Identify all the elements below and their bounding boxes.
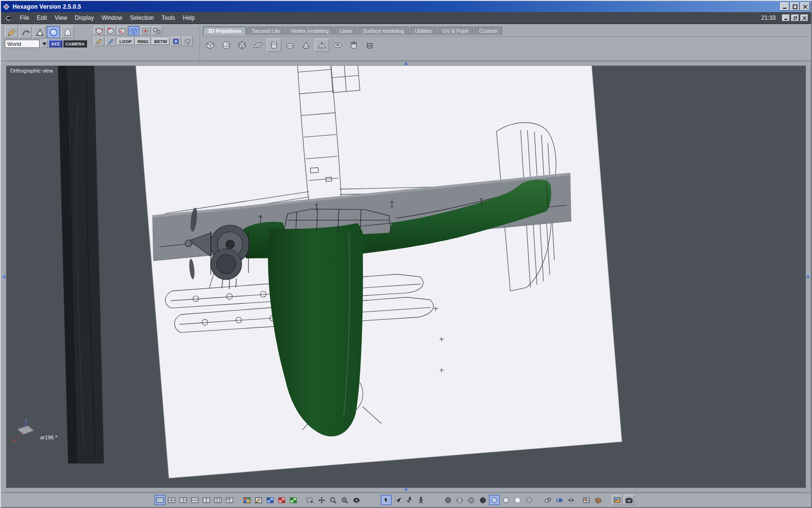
tab-uv-paint[interactable]: UV & Paint (438, 27, 474, 35)
scroll-left-arrow-icon[interactable] (2, 275, 5, 279)
pick-pen-button[interactable] (94, 37, 104, 46)
shading-dotted-button[interactable] (524, 495, 535, 505)
zoom-button[interactable] (328, 495, 338, 505)
menu-edit[interactable]: Edit (33, 13, 51, 23)
camera-mode-button[interactable]: CAMERA (63, 40, 87, 47)
scroll-right-arrow-icon[interactable] (807, 275, 810, 279)
menu-tools[interactable]: Tools (158, 13, 179, 23)
maximize-button[interactable] (790, 2, 799, 11)
render-button[interactable] (612, 495, 623, 505)
menu-file[interactable]: File (16, 13, 33, 23)
nav-cursor-button[interactable] (381, 495, 392, 505)
pick-brush-button[interactable] (105, 37, 116, 46)
close-button[interactable] (800, 2, 810, 11)
tab-second-life[interactable]: Second Life (247, 27, 285, 35)
world-axis-select[interactable]: World (5, 40, 40, 48)
between-select-button[interactable]: BETW (152, 38, 170, 45)
nav-run-button[interactable] (404, 495, 415, 505)
select-soft-button[interactable] (140, 26, 151, 35)
viewport-3d-scene[interactable]: Orthographic view z x ar196 * (6, 66, 806, 488)
blueprint-canvas-plane[interactable] (130, 66, 622, 478)
primitive-sphere-button[interactable] (219, 39, 233, 52)
tab-utilities[interactable]: Utilities (410, 27, 436, 35)
display-paint-button[interactable] (253, 495, 264, 505)
primitive-pyramid-button[interactable] (315, 39, 329, 52)
viewport-scroll-bottom[interactable] (6, 488, 806, 493)
tab-3d-primitives[interactable]: 3D Primitives (203, 27, 246, 35)
layout-mixed-button[interactable] (224, 495, 235, 505)
world-axis-dropdown-arrow[interactable] (41, 40, 48, 48)
scroll-down-arrow-icon[interactable] (404, 489, 408, 492)
zoom-in-button[interactable] (339, 495, 350, 505)
shading-dark-button[interactable] (478, 495, 488, 505)
menu-view[interactable]: View (51, 13, 71, 23)
ring-select-button[interactable]: RING (135, 38, 151, 45)
spheres-pair-button[interactable] (542, 495, 553, 505)
hexagon-logo-icon[interactable] (4, 14, 13, 23)
select-points-button[interactable] (94, 26, 104, 35)
loop-select-button[interactable]: LOOP (117, 38, 134, 45)
layout-single-button[interactable] (155, 495, 165, 505)
scroll-up-arrow-icon[interactable] (404, 62, 408, 65)
display-grid-red-button[interactable] (276, 495, 287, 505)
shading-smooth-button[interactable] (489, 495, 500, 505)
primitive-torus-button[interactable] (331, 39, 345, 52)
title-bar[interactable]: Hexagon Version 2.5.0.5 (1, 1, 811, 12)
menu-window[interactable]: Window (98, 13, 126, 23)
spheres-link-button[interactable] (554, 495, 565, 505)
layout-two-rows-button[interactable] (189, 495, 200, 505)
tab-vertex-modeling[interactable]: Vertex modeling (286, 27, 334, 35)
nav-plane-button[interactable] (392, 495, 403, 505)
tab-surface-modeling[interactable]: Surface modeling (358, 27, 409, 35)
primitive-grid-button[interactable] (251, 39, 265, 52)
marquee-zoom-button[interactable] (304, 495, 315, 505)
xyz-mode-button[interactable]: XYZ (49, 40, 62, 47)
display-texture-button[interactable] (242, 495, 252, 505)
shading-highlight-button[interactable] (501, 495, 511, 505)
viewport-scroll-right[interactable] (806, 66, 811, 488)
primitive-spring-button[interactable] (362, 39, 377, 52)
minimize-button[interactable] (780, 2, 789, 11)
grow-selection-button[interactable] (171, 37, 181, 46)
lasso-select-button[interactable] (182, 37, 193, 46)
pan-button[interactable] (316, 495, 327, 505)
menu-help[interactable]: Help (179, 13, 199, 23)
select-object-button[interactable] (129, 26, 139, 35)
shading-bright-button[interactable] (512, 495, 523, 505)
primitive-geodesic-button[interactable] (235, 39, 249, 52)
primitive-tube-button[interactable] (347, 39, 361, 52)
nav-person-button[interactable] (416, 495, 426, 505)
primitive-cylinder-button[interactable] (267, 39, 281, 52)
sphere-tool-button[interactable] (47, 26, 60, 38)
mdi-restore-button[interactable] (791, 15, 799, 21)
layout-quad-button[interactable] (166, 495, 177, 505)
tab-custom[interactable]: Custom (474, 27, 502, 35)
shading-hidden-line-button[interactable] (454, 495, 465, 505)
symmetry-button[interactable] (566, 495, 576, 505)
menu-selection[interactable]: Selection (126, 13, 158, 23)
select-multi-button[interactable] (152, 26, 162, 35)
shading-flat-button[interactable] (466, 495, 477, 505)
select-edges-button[interactable] (105, 26, 116, 35)
select-faces-button[interactable] (117, 26, 128, 35)
viewport-scroll-left[interactable] (1, 66, 6, 488)
layout-three-right-button[interactable] (178, 495, 188, 505)
primitive-capsule-button[interactable] (283, 39, 297, 52)
viewport-scroll-top[interactable] (6, 61, 806, 66)
curve-tool-button[interactable] (19, 26, 32, 38)
uv-panel-button[interactable] (581, 495, 592, 505)
viewport-canvas[interactable] (6, 66, 806, 488)
triangle-tool-button[interactable] (33, 26, 46, 38)
snapshot-camera-button[interactable] (624, 495, 634, 505)
material-box-button[interactable] (593, 495, 603, 505)
mdi-close-button[interactable] (800, 15, 808, 21)
primitive-cube-button[interactable] (203, 39, 218, 52)
ghost-tool-button[interactable] (61, 26, 74, 38)
display-grid-blue-button[interactable] (265, 495, 276, 505)
pencil-tool-button[interactable] (5, 26, 18, 38)
tab-lines[interactable]: Lines (334, 27, 357, 35)
mdi-minimize-button[interactable] (782, 15, 790, 21)
primitive-cone-button[interactable] (299, 39, 313, 52)
layout-three-cols-button[interactable] (213, 495, 223, 505)
menu-display[interactable]: Display (71, 13, 98, 23)
